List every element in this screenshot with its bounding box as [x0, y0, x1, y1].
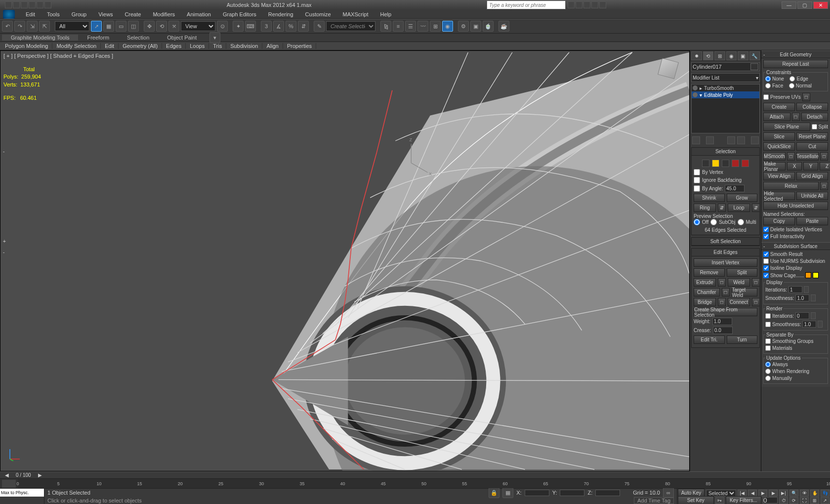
msmooth-button[interactable]: MSmooth — [763, 152, 786, 161]
stack-turbosmooth[interactable]: ▸TurboSmooth — [692, 84, 759, 91]
nav-zoom-extents-icon[interactable]: ↗ — [821, 497, 830, 504]
panel-geometry-all[interactable]: Geometry (All) — [119, 43, 162, 49]
eye-icon[interactable] — [693, 92, 698, 97]
delete-isolated-checkbox[interactable] — [763, 227, 769, 232]
panel-modify-selection[interactable]: Modify Selection — [52, 43, 101, 49]
help-icon[interactable] — [599, 1, 606, 8]
menu-views[interactable]: Views — [93, 11, 118, 17]
menu-group[interactable]: Group — [67, 11, 92, 17]
nav-pan-icon[interactable]: ✋ — [810, 490, 819, 497]
repeat-last-button[interactable]: Repeat Last — [763, 60, 828, 68]
mirror-icon[interactable]: ⧎ — [380, 21, 391, 32]
render-iter-spinner[interactable] — [811, 312, 816, 319]
render-icon[interactable]: ☕ — [498, 21, 509, 32]
menu-modifiers[interactable]: Modifiers — [148, 11, 180, 17]
display-iterations-spinner[interactable] — [804, 286, 809, 293]
isoline-checkbox[interactable] — [763, 265, 769, 271]
key-filter-dropdown[interactable]: Selected — [706, 490, 736, 497]
bridge-button[interactable]: Bridge — [694, 298, 716, 306]
slice-button[interactable]: Slice — [763, 132, 795, 141]
preview-multi-radio[interactable] — [738, 219, 744, 225]
named-selection-edit-icon[interactable]: ✎ — [314, 21, 325, 32]
panel-edges[interactable]: Edges — [162, 43, 186, 49]
key-icon[interactable]: 🗝 — [715, 497, 724, 504]
connect-button[interactable]: Connect — [728, 298, 750, 306]
goto-end-icon[interactable]: ▶| — [779, 490, 788, 497]
render-smooth-spinner[interactable] — [818, 321, 823, 328]
qa-open-icon[interactable] — [13, 1, 20, 8]
render-production-icon[interactable]: 🍵 — [483, 21, 494, 32]
modifier-list-dropdown[interactable]: Modifier List▾ — [691, 73, 760, 82]
attach-button[interactable]: Attach — [763, 113, 790, 121]
nav-fov-icon[interactable]: 👁 — [800, 490, 809, 497]
close-button[interactable]: ✕ — [813, 1, 828, 9]
panel-edit[interactable]: Edit — [101, 43, 119, 49]
tab-modify-icon[interactable]: ⟲ — [703, 51, 714, 60]
by-angle-input[interactable] — [725, 185, 745, 192]
modifier-stack[interactable]: ▸TurboSmooth ▾Editable Poly — [691, 84, 760, 133]
key-filters-button[interactable]: Key Filters... — [726, 496, 762, 504]
search-icon[interactable] — [576, 1, 582, 8]
tab-create-icon[interactable]: ✸ — [691, 51, 702, 60]
minimize-button[interactable]: — — [782, 1, 796, 9]
nav-zoom-region-icon[interactable]: ⛶ — [800, 497, 809, 504]
render-smoothness-input[interactable] — [802, 321, 816, 328]
time-config-icon[interactable]: ⏱ — [779, 497, 788, 504]
subobj-vertex-icon[interactable] — [702, 160, 709, 167]
coord-y-input[interactable] — [560, 490, 584, 496]
infocenter-icon[interactable] — [568, 1, 575, 8]
loop-spinner[interactable]: ⇵ — [752, 204, 760, 212]
show-cage-checkbox[interactable] — [763, 273, 769, 278]
timeline[interactable]: 0510152025303540455055606570758085909510… — [0, 478, 830, 488]
panel-subdivision[interactable]: Subdivision — [226, 43, 262, 49]
collapse-button[interactable]: Collapse — [796, 103, 828, 111]
grow-button[interactable]: Grow — [727, 194, 758, 202]
crease-input[interactable] — [713, 327, 733, 334]
full-interactivity-checkbox[interactable] — [763, 234, 769, 239]
target-weld-button[interactable]: Target Weld — [732, 288, 758, 296]
ring-button[interactable]: Ring — [694, 204, 716, 212]
nav-zoom-icon[interactable]: 🔍 — [789, 490, 798, 497]
rollout-soft-selection-header[interactable]: +Soft Selection — [692, 238, 759, 246]
add-time-tag-button[interactable]: Add Time Tag — [634, 497, 674, 504]
connect-settings-icon[interactable]: □ — [752, 298, 760, 306]
panel-properties[interactable]: Properties — [283, 43, 316, 49]
menu-maxscript[interactable]: MAXScript — [338, 11, 374, 17]
material-editor-icon[interactable]: ◉ — [442, 21, 453, 32]
align-icon[interactable]: ≡ — [393, 21, 404, 32]
schematic-view-icon[interactable]: ⊞ — [430, 21, 441, 32]
tab-motion-icon[interactable]: ◉ — [726, 51, 737, 60]
menu-rendering[interactable]: Rendering — [263, 11, 298, 17]
preview-off-radio[interactable] — [694, 219, 700, 225]
loop-button[interactable]: Loop — [728, 204, 750, 212]
cage-color1-swatch[interactable] — [805, 272, 811, 278]
tessellate-settings-icon[interactable]: □ — [820, 152, 828, 161]
undo-icon[interactable]: ↶ — [2, 21, 13, 32]
move-icon[interactable]: ✥ — [144, 21, 155, 32]
favorites-icon[interactable] — [591, 1, 598, 8]
display-iterations-input[interactable] — [788, 286, 802, 293]
sep-smoothing-groups-checkbox[interactable] — [765, 338, 771, 344]
unhide-all-button[interactable]: Unhide All — [796, 192, 828, 200]
play-icon[interactable]: ▶ — [758, 490, 767, 497]
render-setup-icon[interactable]: ⚙ — [458, 21, 469, 32]
trackbar[interactable]: ◀ 0 / 100 ▶ — [0, 471, 830, 478]
tab-freeform[interactable]: Freeform — [78, 35, 118, 41]
msmooth-settings-icon[interactable]: □ — [787, 152, 795, 161]
menu-animation[interactable]: Animation — [182, 11, 216, 17]
rollout-selection-header[interactable]: -Selection — [692, 148, 759, 156]
nav-walk-icon[interactable]: 👣 — [821, 490, 830, 497]
select-by-name-icon[interactable]: ▦ — [103, 21, 114, 32]
tab-display-icon[interactable]: ▣ — [738, 51, 748, 60]
constraint-edge-radio[interactable] — [789, 76, 795, 82]
help-search-input[interactable] — [487, 0, 566, 9]
eye-icon[interactable] — [693, 85, 698, 90]
reset-plane-button[interactable]: Reset Plane — [796, 132, 828, 141]
chamfer-settings-icon[interactable]: □ — [722, 288, 730, 296]
preserve-uvs-checkbox[interactable] — [763, 94, 769, 100]
menu-edit[interactable]: Edit — [21, 11, 40, 17]
relax-button[interactable]: Relax — [763, 182, 819, 190]
slice-plane-button[interactable]: Slice Plane — [763, 123, 810, 131]
pivot-center-icon[interactable]: ⊙ — [217, 21, 228, 32]
render-iterations-checkbox[interactable] — [765, 313, 771, 319]
